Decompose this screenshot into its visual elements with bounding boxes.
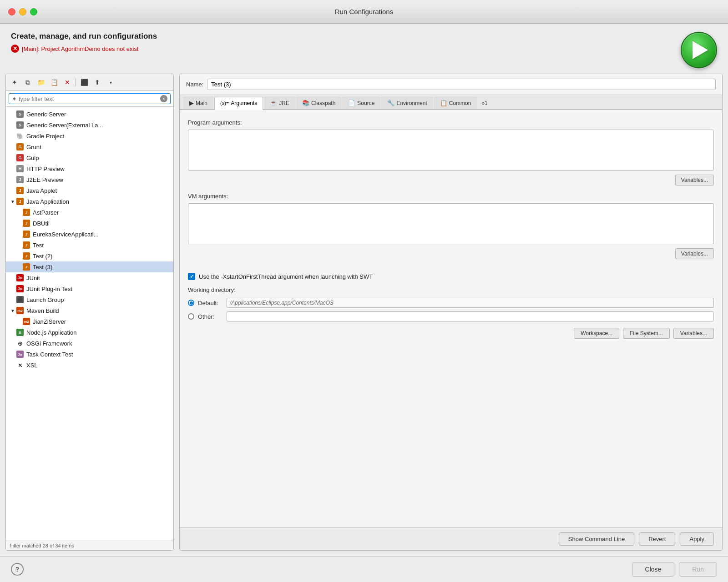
tree-item-gulp[interactable]: G Gulp [6,152,173,163]
swt-checkbox[interactable] [188,273,195,280]
file-system-button[interactable]: File System... [623,328,670,339]
run-button[interactable]: Run [679,562,717,577]
window-footer: ? Close Run [0,556,728,582]
tree-item-task-context[interactable]: Ju Task Context Test [6,349,173,360]
program-variables-button[interactable]: Variables... [675,175,714,186]
tab-classpath-label: Classpath [311,100,335,106]
dir-variables-button[interactable]: Variables... [673,328,714,339]
tab-overflow[interactable]: »1 [478,97,491,109]
toggle-icon [10,351,16,357]
tab-main-label: Main [196,100,207,106]
other-radio-label: Other: [198,313,223,320]
tab-source[interactable]: 📄 Source [342,96,380,109]
tab-environment[interactable]: 🔧 Environment [381,96,433,109]
tree-item-junit-plugin[interactable]: Ju JUnit Plug-in Test [6,283,173,294]
expand-icon[interactable]: ▼ [10,307,16,314]
maven-icon: m2 [16,306,24,315]
right-panel: Name: ▶ Main (x)= Arguments ☕ JRE 📚 [179,74,723,551]
nodejs-icon: n [16,328,24,336]
tab-common[interactable]: 📋 Common [434,96,477,109]
tree-item-nodejs[interactable]: n Node.js Application [6,327,173,338]
tree-item-java-applet[interactable]: J Java Applet [6,185,173,196]
other-path-input[interactable] [227,311,714,321]
tree-item-gradle[interactable]: 🐘 Gradle Project [6,130,173,141]
maven-child-icon: m2 [22,317,30,326]
java-child-icon: J [22,241,30,249]
help-button[interactable]: ? [11,563,24,576]
name-row: Name: [180,74,722,95]
tree-item-jianziserver[interactable]: m2 JianZiServer [6,316,173,327]
tree-item-dbutil[interactable]: J DBUtil [6,218,173,229]
tree-item-label: Gradle Project [26,133,64,140]
tab-jre-label: JRE [279,100,289,106]
common-tab-icon: 📋 [440,100,447,106]
tree-item-maven[interactable]: ▼ m2 Maven Build [6,305,173,316]
toggle-icon [10,122,16,128]
vm-args-label: VM arguments: [188,193,714,200]
default-radio-button[interactable] [188,300,194,306]
program-args-input[interactable] [188,130,714,171]
tree-item-junit[interactable]: Ju JUnit [6,272,173,283]
title-bar: Run Configurations [0,0,728,24]
export-button[interactable]: ⬆ [91,76,103,88]
tree-item-label: OSGi Framework [26,340,72,347]
more-button[interactable]: ▾ [105,76,116,88]
tree-item-grunt[interactable]: G Grunt [6,141,173,152]
workspace-button[interactable]: Workspace... [574,328,619,339]
working-dir-label: Working directory: [188,286,714,293]
new-folder-button[interactable]: 📁 [35,76,47,88]
vm-args-input[interactable] [188,203,714,244]
show-command-line-button[interactable]: Show Command Line [559,532,634,546]
error-icon: ✕ [11,45,19,53]
search-clear-button[interactable]: × [160,95,167,102]
new-config-button[interactable]: ✦ [9,76,20,88]
name-input[interactable] [207,79,716,90]
copy-button[interactable]: 📋 [48,76,60,88]
tree-item-http-preview[interactable]: H HTTP Preview [6,163,173,174]
tree-item-label: Gulp [26,155,39,161]
toggle-icon [16,220,22,226]
collapse-all-button[interactable]: ⬛ [78,76,90,88]
toggle-icon [10,155,16,161]
expand-icon[interactable]: ▼ [10,198,16,205]
tree-item-generic-server[interactable]: S Generic Server [6,109,173,120]
search-input[interactable] [19,95,160,102]
vm-variables-button[interactable]: Variables... [675,248,714,259]
tab-arguments[interactable]: (x)= Arguments [214,97,263,110]
tree-item-xsl[interactable]: ✕ XSL [6,360,173,371]
maximize-button[interactable] [30,8,37,15]
tree-item-generic-server-ext[interactable]: S Generic Server(External La... [6,120,173,130]
tree-item-osgi[interactable]: ⊕ OSGi Framework [6,338,173,349]
tab-jre[interactable]: ☕ JRE [264,96,295,109]
left-toolbar: ✦ ⧉ 📁 📋 ✕ ⬛ ⬆ ▾ [6,74,173,91]
run-button[interactable] [681,32,717,68]
tree-item-java-application[interactable]: ▼ J Java Application [6,196,173,207]
toggle-icon [16,264,22,270]
tree-item-eureka[interactable]: J EurekaServiceApplicati... [6,229,173,240]
revert-button[interactable]: Revert [639,532,675,546]
tree-item-label: HTTP Preview [26,166,65,172]
tab-arguments-label: Arguments [231,100,257,106]
close-button[interactable]: Close [632,562,675,577]
tree-item-test2[interactable]: J Test (2) [6,251,173,261]
tree-item-j2ee[interactable]: J J2EE Preview [6,174,173,185]
minimize-button[interactable] [19,8,26,15]
tree-item-test3[interactable]: J Test (3) [6,261,173,272]
main-tab-icon: ▶ [189,100,194,106]
window-body: Create, manage, and run configurations ✕… [0,24,728,582]
traffic-lights [8,8,37,15]
dir-buttons-row: Workspace... File System... Variables... [188,328,714,339]
duplicate-button[interactable]: ⧉ [22,76,34,88]
tree-item-label: J2EE Preview [26,176,63,183]
other-radio-row: Other: [188,311,714,321]
tree-item-launch-group[interactable]: ⬛ Launch Group [6,294,173,305]
apply-button[interactable]: Apply [680,532,714,546]
other-radio-button[interactable] [188,313,194,320]
swt-checkbox-label: Use the -XstartOnFirstThread argument wh… [199,273,373,280]
delete-button[interactable]: ✕ [61,76,73,88]
tree-item-astparser[interactable]: J AstParser [6,207,173,218]
close-button[interactable] [8,8,15,15]
tree-item-test[interactable]: J Test [6,240,173,251]
tab-classpath[interactable]: 📚 Classpath [296,96,341,109]
tab-main[interactable]: ▶ Main [183,96,213,109]
